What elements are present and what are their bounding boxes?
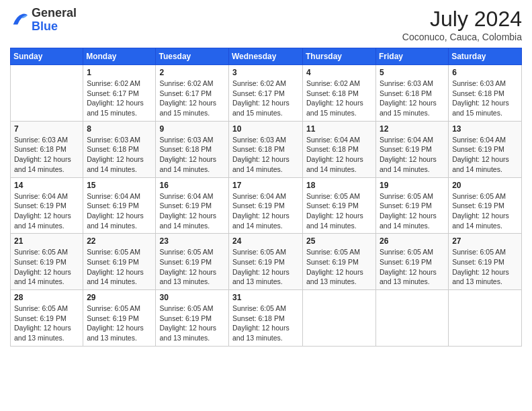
sunset-text: Sunset: 6:19 PM <box>159 314 225 324</box>
day-number: 14 <box>14 181 79 190</box>
day-info: Sunrise: 6:04 AMSunset: 6:19 PMDaylight:… <box>14 191 79 231</box>
calendar-cell: 5Sunrise: 6:03 AMSunset: 6:18 PMDaylight… <box>376 65 449 122</box>
daylight-text: Daylight: 12 hours and 15 minutes. <box>159 98 225 118</box>
day-info: Sunrise: 6:05 AMSunset: 6:19 PMDaylight:… <box>159 247 225 287</box>
location: Coconuco, Cauca, Colombia <box>402 32 522 42</box>
day-number: 7 <box>14 124 79 134</box>
calendar-cell: 31Sunrise: 6:05 AMSunset: 6:18 PMDayligh… <box>229 290 303 347</box>
calendar-cell: 15Sunrise: 6:04 AMSunset: 6:19 PMDayligh… <box>83 177 156 234</box>
daylight-text: Daylight: 12 hours and 14 minutes. <box>452 154 518 174</box>
daylight-text: Daylight: 12 hours and 13 minutes. <box>159 267 225 287</box>
sunrise-text: Sunrise: 6:05 AM <box>159 304 225 314</box>
sunrise-text: Sunrise: 6:05 AM <box>452 247 518 257</box>
calendar-week-5: 28Sunrise: 6:05 AMSunset: 6:19 PMDayligh… <box>11 290 522 347</box>
day-info: Sunrise: 6:04 AMSunset: 6:19 PMDaylight:… <box>87 191 152 231</box>
day-info: Sunrise: 6:05 AMSunset: 6:18 PMDaylight:… <box>232 304 299 343</box>
daylight-text: Daylight: 12 hours and 14 minutes. <box>306 211 372 230</box>
calendar-week-1: 1Sunrise: 6:02 AMSunset: 6:17 PMDaylight… <box>11 65 522 122</box>
day-number: 20 <box>452 181 518 190</box>
logo: General Blue <box>10 7 77 34</box>
sunrise-text: Sunrise: 6:04 AM <box>232 191 299 201</box>
day-info: Sunrise: 6:05 AMSunset: 6:19 PMDaylight:… <box>380 247 445 287</box>
day-info: Sunrise: 6:02 AMSunset: 6:17 PMDaylight:… <box>232 79 299 118</box>
sunrise-text: Sunrise: 6:05 AM <box>232 304 299 314</box>
day-info: Sunrise: 6:05 AMSunset: 6:19 PMDaylight:… <box>87 304 152 343</box>
sunrise-text: Sunrise: 6:03 AM <box>452 79 518 89</box>
day-number: 9 <box>159 124 225 134</box>
sunset-text: Sunset: 6:19 PM <box>87 314 152 324</box>
day-number: 26 <box>380 236 445 246</box>
calendar-cell: 16Sunrise: 6:04 AMSunset: 6:19 PMDayligh… <box>156 177 229 234</box>
daylight-text: Daylight: 12 hours and 13 minutes. <box>232 323 299 342</box>
calendar-cell: 9Sunrise: 6:03 AMSunset: 6:18 PMDaylight… <box>156 121 229 177</box>
calendar-cell <box>376 290 449 347</box>
day-info: Sunrise: 6:03 AMSunset: 6:18 PMDaylight:… <box>452 79 518 118</box>
sunset-text: Sunset: 6:18 PM <box>159 144 225 154</box>
day-number: 29 <box>87 293 152 302</box>
daylight-text: Daylight: 12 hours and 15 minutes. <box>87 98 152 118</box>
day-number: 27 <box>452 236 518 246</box>
calendar-cell: 6Sunrise: 6:03 AMSunset: 6:18 PMDaylight… <box>449 65 522 122</box>
sunset-text: Sunset: 6:19 PM <box>159 201 225 211</box>
daylight-text: Daylight: 12 hours and 14 minutes. <box>87 154 152 174</box>
page: General Blue July 2024 Coconuco, Cauca, … <box>0 0 532 411</box>
sunrise-text: Sunrise: 6:03 AM <box>87 135 152 145</box>
daylight-text: Daylight: 12 hours and 14 minutes. <box>87 211 152 230</box>
day-info: Sunrise: 6:05 AMSunset: 6:19 PMDaylight:… <box>14 304 79 343</box>
day-number: 15 <box>87 181 152 190</box>
daylight-text: Daylight: 12 hours and 14 minutes. <box>306 154 372 174</box>
daylight-text: Daylight: 12 hours and 15 minutes. <box>306 98 372 118</box>
daylight-text: Daylight: 12 hours and 14 minutes. <box>159 211 225 230</box>
sunrise-text: Sunrise: 6:02 AM <box>232 79 299 89</box>
sunrise-text: Sunrise: 6:02 AM <box>306 79 372 89</box>
calendar-cell: 23Sunrise: 6:05 AMSunset: 6:19 PMDayligh… <box>156 234 229 290</box>
daylight-text: Daylight: 12 hours and 14 minutes. <box>232 154 299 174</box>
sunset-text: Sunset: 6:19 PM <box>87 201 152 211</box>
weekday-header-wednesday: Wednesday <box>229 48 303 65</box>
calendar-cell: 25Sunrise: 6:05 AMSunset: 6:19 PMDayligh… <box>303 234 376 290</box>
day-info: Sunrise: 6:03 AMSunset: 6:18 PMDaylight:… <box>159 135 225 175</box>
calendar-cell: 3Sunrise: 6:02 AMSunset: 6:17 PMDaylight… <box>229 65 303 122</box>
daylight-text: Daylight: 12 hours and 14 minutes. <box>380 211 445 230</box>
day-number: 21 <box>14 236 79 246</box>
calendar-cell: 13Sunrise: 6:04 AMSunset: 6:19 PMDayligh… <box>449 121 522 177</box>
day-number: 5 <box>380 68 445 77</box>
logo-blue: Blue <box>32 19 58 33</box>
calendar-cell: 30Sunrise: 6:05 AMSunset: 6:19 PMDayligh… <box>156 290 229 347</box>
day-number: 28 <box>14 293 79 302</box>
calendar-cell: 22Sunrise: 6:05 AMSunset: 6:19 PMDayligh… <box>83 234 156 290</box>
sunset-text: Sunset: 6:19 PM <box>232 257 299 267</box>
calendar-cell: 29Sunrise: 6:05 AMSunset: 6:19 PMDayligh… <box>83 290 156 347</box>
day-info: Sunrise: 6:05 AMSunset: 6:19 PMDaylight:… <box>452 247 518 287</box>
day-number: 8 <box>87 124 152 134</box>
calendar-cell: 4Sunrise: 6:02 AMSunset: 6:18 PMDaylight… <box>303 65 376 122</box>
day-number: 18 <box>306 181 372 190</box>
day-number: 3 <box>232 68 299 77</box>
calendar-body: 1Sunrise: 6:02 AMSunset: 6:17 PMDaylight… <box>11 65 522 347</box>
daylight-text: Daylight: 12 hours and 13 minutes. <box>452 267 518 287</box>
sunset-text: Sunset: 6:19 PM <box>14 257 79 267</box>
sunset-text: Sunset: 6:19 PM <box>380 257 445 267</box>
day-info: Sunrise: 6:02 AMSunset: 6:18 PMDaylight:… <box>306 79 372 118</box>
sunrise-text: Sunrise: 6:05 AM <box>380 191 445 201</box>
calendar-cell: 12Sunrise: 6:04 AMSunset: 6:19 PMDayligh… <box>376 121 449 177</box>
header: General Blue July 2024 Coconuco, Cauca, … <box>10 7 522 42</box>
day-info: Sunrise: 6:05 AMSunset: 6:19 PMDaylight:… <box>87 247 152 287</box>
sunset-text: Sunset: 6:19 PM <box>306 257 372 267</box>
sunrise-text: Sunrise: 6:05 AM <box>452 191 518 201</box>
day-info: Sunrise: 6:04 AMSunset: 6:19 PMDaylight:… <box>159 191 225 231</box>
logo-text: General Blue <box>32 7 77 34</box>
calendar-cell: 26Sunrise: 6:05 AMSunset: 6:19 PMDayligh… <box>376 234 449 290</box>
day-info: Sunrise: 6:05 AMSunset: 6:19 PMDaylight:… <box>380 191 445 231</box>
sunset-text: Sunset: 6:19 PM <box>306 201 372 211</box>
sunrise-text: Sunrise: 6:04 AM <box>452 135 518 145</box>
daylight-text: Daylight: 12 hours and 14 minutes. <box>14 211 79 230</box>
sunrise-text: Sunrise: 6:03 AM <box>380 79 445 89</box>
sunrise-text: Sunrise: 6:03 AM <box>159 135 225 145</box>
sunset-text: Sunset: 6:19 PM <box>452 201 518 211</box>
sunrise-text: Sunrise: 6:04 AM <box>87 191 152 201</box>
calendar-cell: 8Sunrise: 6:03 AMSunset: 6:18 PMDaylight… <box>83 121 156 177</box>
weekday-header-sunday: Sunday <box>11 48 83 65</box>
calendar-cell <box>303 290 376 347</box>
sunset-text: Sunset: 6:19 PM <box>380 144 445 154</box>
